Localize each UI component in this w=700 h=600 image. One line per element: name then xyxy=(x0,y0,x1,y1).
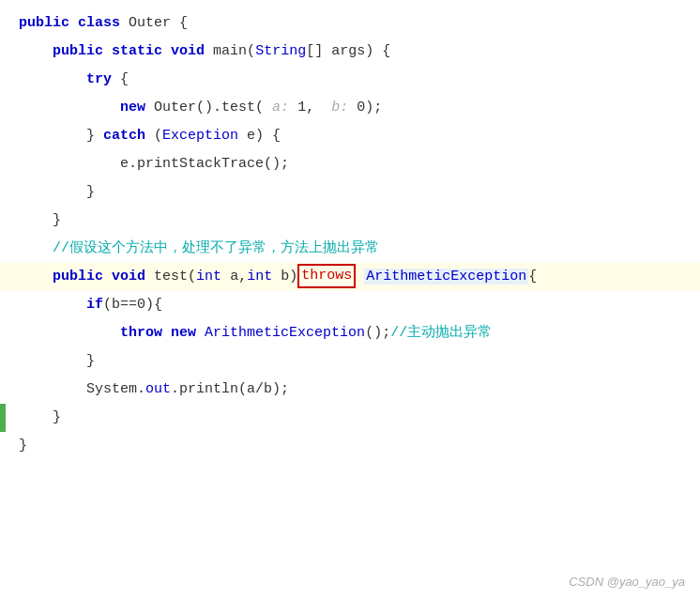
code-line: new Outer().test( a: 1, b: 0); xyxy=(0,94,700,122)
code-line: } xyxy=(0,347,700,376)
code-container: public class Outer { public static void … xyxy=(0,0,700,600)
code-line: if(b==0){ xyxy=(0,291,700,319)
code-line: throw new ArithmeticException();//主动抛出异常 xyxy=(0,319,700,347)
code-line: } xyxy=(0,404,700,432)
watermark: CSDN @yao_yao_ya xyxy=(569,575,685,589)
code-line-throws: public void test(int a,int b)throws Arit… xyxy=(0,263,700,291)
code-line: } xyxy=(0,432,700,460)
code-line: public class Outer { xyxy=(0,9,700,38)
code-line: try { xyxy=(0,66,700,94)
code-line: e.printStackTrace(); xyxy=(0,150,700,178)
code-line: //假设这个方法中，处理不了异常，方法上抛出异常 xyxy=(0,235,700,263)
code-line: } catch (Exception e) { xyxy=(0,122,700,150)
code-line: public static void main(String[] args) { xyxy=(0,38,700,66)
throws-keyword: throws xyxy=(297,264,356,288)
code-line: System.out.println(a/b); xyxy=(0,376,700,404)
code-line: } xyxy=(0,207,700,235)
code-line: } xyxy=(0,178,700,207)
